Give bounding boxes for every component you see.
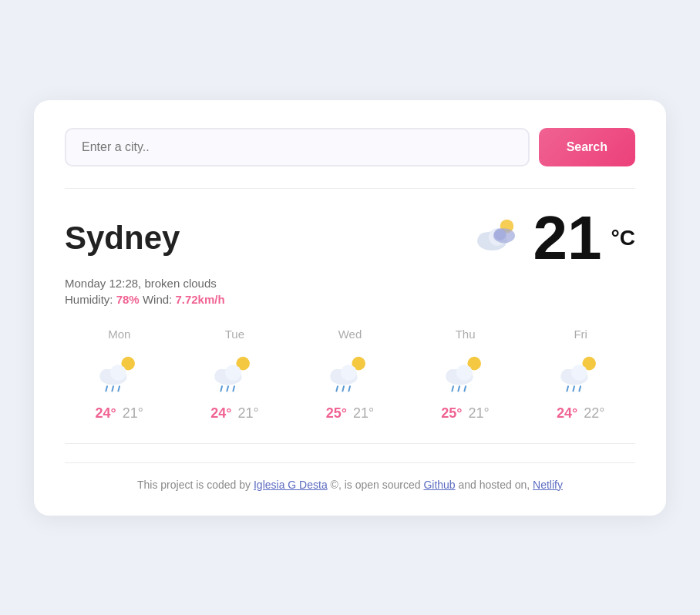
- forecast-high: 25°: [326, 405, 347, 422]
- forecast-day-label: Mon: [108, 328, 130, 341]
- weather-description: Monday 12:28, broken clouds: [65, 277, 635, 290]
- footer-author-link[interactable]: Iglesia G Desta: [254, 479, 328, 491]
- temperature-block: 21 °C: [472, 207, 635, 269]
- svg-line-17: [221, 386, 223, 391]
- wind-value: 7.72km/h: [175, 293, 224, 306]
- svg-point-16: [225, 365, 241, 381]
- svg-point-23: [341, 365, 357, 381]
- forecast-day-item: Mon 24° 21°: [65, 328, 174, 422]
- weather-details: Monday 12:28, broken clouds Humidity: 78…: [65, 277, 635, 306]
- svg-line-24: [336, 386, 338, 391]
- search-button[interactable]: Search: [539, 128, 635, 166]
- humidity-label: Humidity:: [65, 293, 113, 306]
- current-weather-icon: [472, 213, 526, 264]
- footer: This project is coded by Iglesia G Desta…: [65, 462, 635, 491]
- svg-line-32: [458, 386, 459, 391]
- svg-point-37: [571, 365, 587, 381]
- svg-point-9: [110, 365, 126, 381]
- forecast-day-label: Tue: [225, 328, 244, 341]
- svg-line-25: [342, 386, 344, 391]
- svg-line-38: [567, 386, 569, 391]
- humidity-value: 78%: [116, 293, 140, 306]
- current-weather-section: Sydney 21 °C: [65, 207, 635, 269]
- svg-line-40: [580, 386, 581, 391]
- current-temperature: 21: [533, 207, 602, 269]
- forecast-low: 22°: [584, 405, 604, 422]
- forecast-temps: 25° 21°: [326, 405, 374, 422]
- forecast-temps: 24° 22°: [557, 405, 604, 422]
- forecast-low: 21°: [123, 405, 143, 422]
- forecast-day-label: Wed: [338, 328, 362, 341]
- forecast-temps: 25° 21°: [441, 405, 489, 422]
- svg-line-10: [106, 386, 107, 391]
- forecast-day-item: Wed 25° 21°: [295, 328, 405, 422]
- forecast-high: 24°: [557, 405, 577, 422]
- svg-line-39: [574, 386, 575, 391]
- svg-line-12: [118, 386, 119, 391]
- city-name: Sydney: [65, 220, 180, 257]
- divider-bottom: [65, 443, 635, 444]
- svg-line-19: [234, 386, 235, 391]
- forecast-low: 21°: [237, 405, 258, 422]
- forecast-day-item: Fri 24° 22°: [526, 328, 635, 422]
- forecast-icon: [210, 348, 259, 398]
- forecast-day-item: Tue 24° 21°: [180, 328, 290, 422]
- svg-point-30: [456, 365, 473, 381]
- forecast-high: 24°: [210, 405, 231, 422]
- footer-github-link[interactable]: Github: [423, 479, 455, 491]
- svg-line-33: [464, 386, 466, 391]
- weather-humidity-wind: Humidity: 78% Wind: 7.72km/h: [65, 293, 635, 306]
- forecast-low: 21°: [353, 405, 374, 422]
- wind-label: Wind:: [143, 293, 172, 306]
- footer-text-after: and hosted on,: [459, 479, 533, 491]
- forecast-high: 24°: [96, 405, 116, 422]
- svg-line-18: [227, 386, 229, 391]
- svg-line-26: [348, 386, 350, 391]
- forecast-high: 25°: [441, 405, 462, 422]
- footer-text-middle: ©, is open sourced: [331, 479, 424, 491]
- forecast-low: 21°: [469, 405, 490, 422]
- forecast-day-item: Thu 25° 21°: [411, 328, 520, 422]
- weather-card: Search Sydney 21 °C: [34, 100, 666, 516]
- forecast-icon: [441, 348, 490, 398]
- forecast-day-label: Fri: [574, 328, 587, 341]
- svg-line-31: [452, 386, 453, 391]
- forecast-icon: [325, 348, 375, 398]
- city-search-input[interactable]: [65, 128, 530, 166]
- search-row: Search: [65, 128, 635, 166]
- footer-netlify-link[interactable]: Netlify: [533, 479, 563, 491]
- forecast-temps: 24° 21°: [210, 405, 258, 422]
- forecast-icon: [556, 348, 605, 398]
- footer-text-before: This project is coded by: [137, 479, 254, 491]
- divider-top: [65, 188, 635, 189]
- temperature-unit: °C: [611, 226, 635, 250]
- svg-point-5: [493, 228, 506, 240]
- forecast-temps: 24° 21°: [96, 405, 143, 422]
- forecast-grid: Mon 24° 21° Tue: [65, 328, 635, 422]
- forecast-day-label: Thu: [456, 328, 476, 341]
- forecast-icon: [95, 348, 144, 398]
- svg-line-11: [112, 386, 113, 391]
